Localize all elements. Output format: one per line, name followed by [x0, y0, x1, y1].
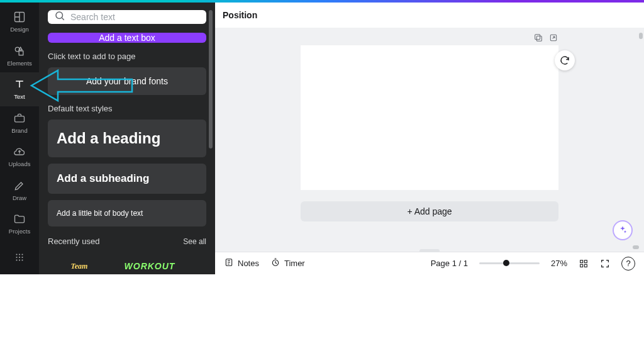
svg-rect-15 — [535, 35, 540, 40]
page-info-label: Page 1 / 1 — [431, 259, 468, 268]
svg-point-10 — [16, 260, 17, 261]
nav-label: Projects — [9, 228, 30, 235]
grid-dots-icon — [13, 251, 26, 264]
timer-button[interactable]: Timer — [270, 257, 305, 269]
scrollbar-thumb[interactable] — [209, 10, 213, 148]
recently-used-label: Recently used — [48, 237, 99, 246]
nav-label: Elements — [7, 60, 32, 67]
canvas-body[interactable]: + Add page — [215, 28, 644, 252]
add-body-text-button[interactable]: Add a little bit of body text — [48, 200, 206, 226]
svg-point-8 — [19, 257, 20, 258]
nav-label: Text — [14, 93, 25, 100]
see-all-link[interactable]: See all — [183, 237, 206, 246]
search-icon — [54, 10, 65, 24]
nav-label: Design — [10, 26, 29, 33]
add-text-box-button[interactable]: Add a text box — [48, 33, 206, 43]
search-input[interactable] — [70, 12, 200, 22]
recent-thumb[interactable]: WORKOUT — [118, 255, 181, 277]
nav-label: Draw — [13, 194, 26, 201]
nav-uploads[interactable]: Uploads — [0, 140, 39, 174]
nav-rail: Design Elements Text Brand Uploads — [0, 3, 39, 274]
svg-point-12 — [21, 260, 23, 261]
canvas-scrollbar-h[interactable] — [633, 245, 639, 249]
add-subheading-button[interactable]: Add a subheading — [48, 164, 206, 194]
svg-rect-19 — [580, 260, 583, 262]
canvas-scrollbar-v[interactable] — [639, 33, 643, 39]
refresh-button[interactable] — [555, 50, 575, 70]
svg-rect-22 — [584, 264, 587, 267]
svg-point-9 — [21, 257, 23, 258]
panel-scrollbar[interactable] — [209, 10, 213, 268]
svg-rect-14 — [536, 36, 541, 41]
slider-knob[interactable] — [503, 260, 509, 266]
section-click-to-add: Click text to add to page — [48, 52, 206, 61]
page-actions — [533, 33, 558, 43]
nav-projects[interactable]: Projects — [0, 207, 39, 241]
timer-icon — [270, 257, 280, 269]
zoom-slider[interactable] — [479, 262, 540, 264]
recent-thumb[interactable]: Team — [48, 255, 111, 277]
folder-icon — [13, 213, 26, 225]
nav-draw[interactable]: Draw — [0, 174, 39, 208]
help-button[interactable]: ? — [621, 257, 635, 271]
section-default-styles: Default text styles — [48, 104, 206, 113]
briefcase-icon — [13, 112, 26, 125]
svg-point-11 — [19, 260, 20, 261]
nav-design[interactable]: Design — [0, 5, 39, 39]
fullscreen-icon[interactable] — [600, 259, 610, 269]
add-page-button[interactable]: + Add page — [301, 201, 558, 221]
add-heading-button[interactable]: Add a heading — [48, 120, 206, 157]
svg-point-4 — [16, 254, 17, 255]
svg-point-6 — [21, 254, 23, 255]
layout-icon — [13, 11, 26, 23]
nav-brand[interactable]: Brand — [0, 106, 39, 140]
svg-point-7 — [16, 257, 17, 258]
bottom-bar: Notes Timer Page 1 / 1 27% ? — [215, 252, 644, 274]
duplicate-icon[interactable] — [533, 33, 543, 43]
page-counter[interactable]: Page 1 / 1 — [431, 259, 468, 268]
grid-view-icon[interactable] — [579, 259, 589, 269]
nav-apps[interactable] — [0, 241, 39, 275]
cloud-upload-icon — [13, 145, 26, 158]
position-button[interactable]: Position — [223, 10, 257, 20]
svg-point-13 — [56, 12, 63, 19]
recent-thumbnails: Team WORKOUT — [48, 255, 206, 281]
svg-rect-21 — [580, 264, 583, 267]
svg-rect-3 — [15, 116, 25, 121]
text-side-panel: Add a text box Click text to add to page… — [39, 3, 215, 274]
notes-icon — [224, 257, 234, 269]
zoom-value[interactable]: 27% — [551, 259, 567, 268]
notes-label: Notes — [238, 259, 259, 268]
add-brand-fonts-button[interactable]: Add your brand fonts — [48, 67, 206, 95]
svg-point-5 — [19, 254, 20, 255]
notes-button[interactable]: Notes — [224, 257, 259, 269]
shapes-icon — [13, 45, 26, 57]
nav-label: Uploads — [9, 160, 31, 167]
timer-label: Timer — [284, 259, 305, 268]
text-icon — [13, 78, 26, 91]
canvas-toolbar: Position — [215, 3, 644, 28]
pencil-icon — [13, 179, 26, 192]
canvas-area: Position + Add page — [215, 3, 644, 274]
svg-rect-2 — [19, 51, 23, 55]
nav-text[interactable]: Text — [0, 72, 39, 106]
magic-assist-button[interactable] — [613, 220, 633, 240]
nav-label: Brand — [11, 127, 27, 134]
open-new-icon[interactable] — [548, 33, 558, 43]
nav-elements[interactable]: Elements — [0, 39, 39, 73]
svg-rect-20 — [584, 260, 587, 262]
canvas-page[interactable] — [301, 45, 558, 190]
search-input-wrap[interactable] — [48, 10, 206, 24]
